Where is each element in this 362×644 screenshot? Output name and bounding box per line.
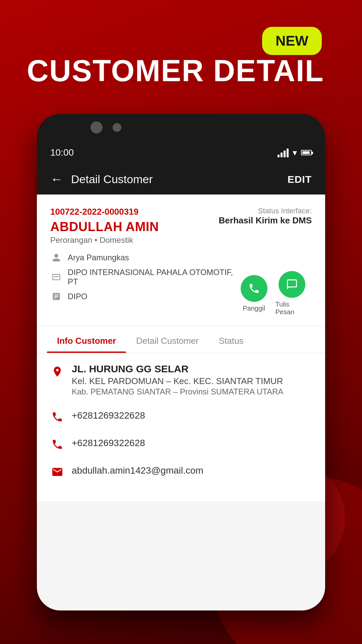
battery-icon [301, 150, 312, 155]
action-buttons: Panggil Tulis Pesan [241, 271, 312, 316]
phone1-number[interactable]: +6281269322628 [72, 409, 145, 423]
phone2-icon [50, 437, 64, 451]
call-label: Panggil [243, 305, 265, 312]
address-street: JL. HURUNG GG SELAR [72, 363, 283, 375]
email-address[interactable]: abdullah.amin1423@gmail.com [72, 464, 203, 478]
customer-info-rows: Arya Pamungkas DIPO INTERNASIONAL PAHALA… [50, 252, 312, 316]
customer-card: 100722-2022-0000319 ABDULLAH AMIN Perora… [37, 195, 325, 326]
phone2-number[interactable]: +6281269322628 [72, 436, 145, 450]
new-badge: NEW [262, 27, 322, 55]
status-bar: 10:00 ▾ [37, 141, 325, 164]
phone-top-bar [37, 114, 325, 141]
tabs-row: Info Customer Detail Customer Status [37, 326, 325, 353]
call-button-group: Panggil [241, 275, 267, 312]
header-title: Detail Customer [71, 173, 153, 186]
status-interface-label: Status Interface: [219, 207, 312, 215]
dealer-icon [50, 271, 62, 283]
edit-button[interactable]: EDIT [288, 174, 312, 185]
back-arrow-icon[interactable]: ← [50, 172, 63, 186]
message-button[interactable] [279, 271, 305, 298]
email-row: abdullah.amin1423@gmail.com [50, 464, 312, 479]
dealer-name: DIPO INTERNASIONAL PAHALA OTOMOTIF, PT [68, 268, 241, 286]
dealer-short-icon [50, 290, 62, 303]
dealer-short: DIPO [68, 292, 87, 301]
address-row: JL. HURUNG GG SELAR Kel. KEL PARDOMUAN –… [50, 363, 312, 396]
tab-status[interactable]: Status [209, 326, 254, 353]
dealer-short-row: DIPO [50, 290, 241, 303]
person-icon [50, 252, 62, 264]
customer-name: ABDULLAH AMIN [50, 220, 159, 234]
camera-dot-1 [90, 121, 103, 133]
tab-info-customer[interactable]: Info Customer [47, 326, 126, 353]
signal-icon [278, 148, 289, 157]
page-title: CUSTOMER DETAIL [27, 54, 324, 88]
status-time: 10:00 [50, 147, 74, 158]
phone-mockup: 10:00 ▾ ← Detail Customer EDIT [37, 114, 325, 610]
phone-content: 100722-2022-0000319 ABDULLAH AMIN Perora… [37, 195, 325, 610]
tab-detail-customer[interactable]: Detail Customer [126, 326, 208, 353]
camera-dot-2 [113, 123, 121, 132]
customer-id: 100722-2022-0000319 [50, 207, 159, 217]
message-label: Tulis Pesan [276, 301, 308, 316]
phone1-icon [50, 410, 64, 424]
address-kel: Kel. KEL PARDOMUAN – Kec. KEC. SIANTAR T… [72, 376, 283, 386]
status-interface: Status Interface: Berhasil Kirim ke DMS [219, 207, 312, 226]
message-button-group: Tulis Pesan [276, 271, 308, 316]
agent-row: Arya Pamungkas [50, 252, 312, 264]
status-icons: ▾ [278, 148, 312, 158]
location-icon [50, 365, 64, 379]
status-interface-value: Berhasil Kirim ke DMS [219, 215, 312, 226]
address-text: JL. HURUNG GG SELAR Kel. KEL PARDOMUAN –… [72, 363, 283, 396]
email-icon [50, 465, 64, 479]
customer-type: Perorangan • Domestik [50, 235, 159, 245]
address-kab: Kab. PEMATANG SIANTAR – Provinsi SUMATER… [72, 387, 283, 396]
phone1-row: +6281269322628 [50, 409, 312, 424]
wifi-icon: ▾ [293, 148, 297, 158]
tab-content-info: JL. HURUNG GG SELAR Kel. KEL PARDOMUAN –… [37, 353, 325, 501]
dealer-full-row: DIPO INTERNASIONAL PAHALA OTOMOTIF, PT [50, 268, 241, 286]
header-left: ← Detail Customer [50, 172, 153, 186]
agent-name: Arya Pamungkas [68, 253, 129, 262]
app-header: ← Detail Customer EDIT [37, 164, 325, 195]
phone2-row: +6281269322628 [50, 436, 312, 451]
call-button[interactable] [241, 275, 267, 302]
